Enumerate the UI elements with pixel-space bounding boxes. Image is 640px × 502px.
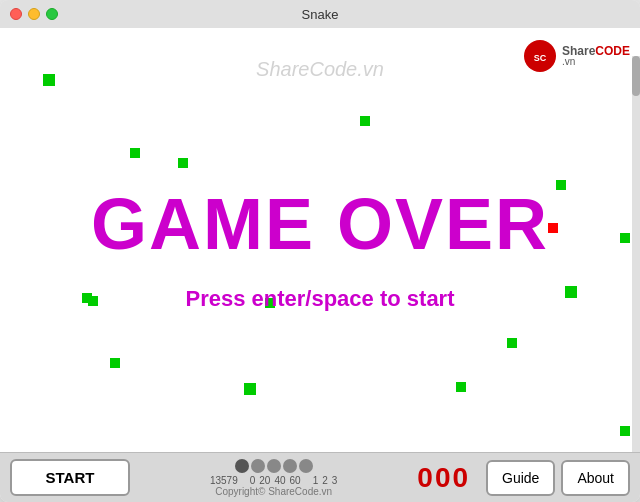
minimize-button[interactable] xyxy=(28,8,40,20)
food-dot xyxy=(456,382,466,392)
logo-icon: SC xyxy=(522,38,558,74)
close-button[interactable] xyxy=(10,8,22,20)
food-dot xyxy=(620,426,630,436)
slider-dot-3[interactable] xyxy=(267,459,281,473)
watermark: ShareCode.vn xyxy=(256,58,384,81)
press-start-text: Press enter/space to start xyxy=(185,286,454,312)
guide-button[interactable]: Guide xyxy=(486,460,555,496)
logo: SC ShareCODE .vn xyxy=(522,38,630,74)
press-dot xyxy=(82,293,92,303)
about-button[interactable]: About xyxy=(561,460,630,496)
logo-vn: .vn xyxy=(562,57,630,67)
score-display: 000 xyxy=(417,462,470,494)
game-area: ShareCode.vn SC ShareCODE .vn GAME OVER … xyxy=(0,28,640,452)
window-title: Snake xyxy=(302,7,339,22)
slider-dot-5[interactable] xyxy=(299,459,313,473)
toolbar: START 13579 0 20 40 60 1 2 3 Copyright© … xyxy=(0,452,640,502)
food-dot xyxy=(360,116,370,126)
slider-dot-4[interactable] xyxy=(283,459,297,473)
game-over-text: GAME OVER xyxy=(91,183,549,265)
svg-text:SC: SC xyxy=(534,53,547,63)
start-button[interactable]: START xyxy=(10,459,130,496)
food-dot xyxy=(556,180,566,190)
food-dot xyxy=(130,148,140,158)
title-bar: Snake xyxy=(0,0,640,28)
food-dot xyxy=(507,338,517,348)
slider-dot-1[interactable] xyxy=(235,459,249,473)
maximize-button[interactable] xyxy=(46,8,58,20)
food-dot xyxy=(565,286,577,298)
food-dot xyxy=(244,383,256,395)
traffic-lights xyxy=(10,8,58,20)
scrollbar[interactable] xyxy=(632,56,640,452)
toolbar-middle: 13579 0 20 40 60 1 2 3 Copyright© ShareC… xyxy=(130,459,417,497)
slider-dot-2[interactable] xyxy=(251,459,265,473)
scrollbar-thumb[interactable] xyxy=(632,56,640,96)
food-dot xyxy=(178,158,188,168)
speed-slider[interactable] xyxy=(235,459,313,473)
food-dot xyxy=(620,233,630,243)
app-window: Snake ShareCode.vn SC ShareCODE .vn GAME… xyxy=(0,0,640,502)
speed-labels: 13579 0 20 40 60 1 2 3 xyxy=(210,475,337,486)
game-over-dot xyxy=(548,223,558,233)
food-dot xyxy=(43,74,55,86)
food-dot xyxy=(110,358,120,368)
copyright: Copyright© ShareCode.vn xyxy=(215,486,332,497)
